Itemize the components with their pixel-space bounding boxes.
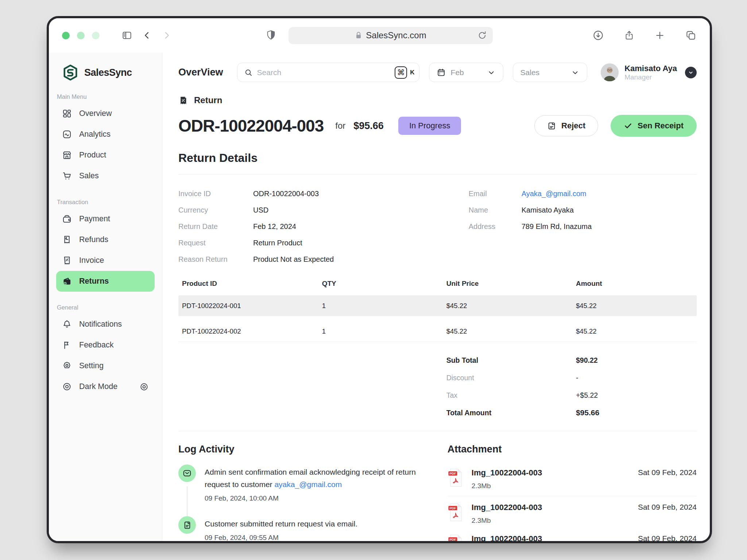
email-link[interactable]: Ayaka_@gmail.com [522, 190, 587, 198]
pdf-file-icon: PDF [448, 503, 464, 522]
total-amount-label: Total Amount [443, 409, 572, 417]
invoice-icon [62, 256, 72, 265]
sidebar-item-notifications[interactable]: Notifications [56, 314, 155, 335]
reject-button[interactable]: Reject [534, 115, 598, 136]
logo[interactable]: SalesSync [56, 64, 155, 81]
sidebar-item-payment[interactable]: Payment [56, 209, 155, 229]
sidebar-item-label: Returns [79, 277, 109, 286]
table-row[interactable]: PDT-10022024-001 1 $45.22 $45.22 [178, 295, 697, 316]
address-value: 789 Elm Rd, Inazuma [522, 222, 592, 231]
divider [178, 431, 697, 431]
address-bar[interactable]: SalesSync.com [289, 27, 493, 44]
col-header-unit-price: Unit Price [443, 280, 572, 288]
log-text: Admin sent confirmation email acknowledg… [205, 466, 422, 491]
refunds-icon [62, 235, 72, 245]
order-amount: $95.66 [353, 120, 384, 132]
new-tab-icon[interactable] [654, 30, 665, 41]
category-filter-value: Sales [520, 68, 566, 77]
lock-icon [355, 31, 362, 40]
total-amount-value: $95.66 [572, 408, 697, 417]
divider [178, 174, 697, 175]
sidebar-item-feedback[interactable]: Feedback [56, 335, 155, 355]
attachment-name: Img_10022004-003 [472, 503, 542, 512]
send-receipt-button[interactable]: Sen Receipt [611, 115, 697, 137]
field-label: Reason Return [178, 255, 253, 264]
attachment-item[interactable]: PDF Img_10022004-003 2.3Mb Sat 09 Feb, 2… [448, 499, 697, 530]
reload-icon[interactable] [477, 31, 487, 40]
sidebar-item-refunds[interactable]: Refunds [56, 229, 155, 250]
sidebar-toggle-icon[interactable] [121, 30, 132, 41]
cell-product-id: PDT-10022024-002 [178, 327, 318, 335]
back-icon[interactable] [142, 30, 152, 40]
attachment-name: Img_10022004-003 [472, 534, 542, 541]
sidebar-item-returns[interactable]: Returns [56, 271, 155, 292]
invoice-id-value: ODR-10022004-003 [253, 190, 319, 198]
cell-amount: $45.22 [572, 327, 697, 335]
sidebar-item-sales[interactable]: Sales [56, 166, 155, 186]
table-row[interactable]: PDT-10022024-002 1 $45.22 $45.22 [178, 321, 697, 342]
col-header-product-id: Product ID [178, 280, 318, 288]
sidebar-item-label: Setting [79, 361, 104, 370]
reason-return-value: Product Not as Expected [253, 255, 334, 264]
downloads-icon[interactable] [592, 30, 604, 41]
pdf-file-icon: PDF [448, 468, 464, 487]
subtotal-value: $90.22 [572, 356, 697, 365]
window-close-button[interactable] [62, 32, 70, 39]
share-icon[interactable] [624, 30, 635, 41]
logo-text: SalesSync [84, 67, 132, 78]
bell-icon [62, 319, 72, 329]
col-header-qty: QTY [318, 280, 443, 288]
window-minimize-button[interactable] [77, 32, 85, 39]
category-filter-dropdown[interactable]: Sales [513, 63, 587, 82]
log-item: Admin sent confirmation email acknowledg… [178, 466, 422, 502]
email-icon [178, 464, 196, 482]
field-label: Request [178, 239, 253, 247]
return-details-fields: Invoice IDODR-10022004-003 CurrencyUSD R… [178, 186, 697, 268]
search-shortcut: ⌘ K [395, 66, 414, 79]
tab-overview-icon[interactable] [685, 30, 697, 41]
log-timestamp: 09 Feb, 2024, 09:55 AM [205, 534, 422, 541]
sidebar-item-setting[interactable]: Setting [56, 355, 155, 376]
search-input[interactable] [257, 68, 391, 77]
sidebar-item-overview[interactable]: Overview [56, 103, 155, 124]
field-label: Address [469, 222, 522, 231]
sidebar-item-label: Product [79, 151, 106, 160]
sidebar-item-label: Feedback [79, 341, 113, 350]
attachment-item[interactable]: PDF Img_10022004-003 2.3Mb Sat 09 Feb, 2… [448, 464, 697, 496]
field-label: Email [469, 190, 522, 198]
month-filter-dropdown[interactable]: Feb [429, 63, 503, 82]
attachment-item[interactable]: PDF Img_10022004-003 2.3Mb Sat 09 Feb, 2… [448, 530, 697, 541]
section-label-main-menu: Main Menu [57, 93, 155, 100]
privacy-shield-icon[interactable] [266, 30, 276, 41]
returns-icon [62, 276, 72, 286]
sidebar-item-label: Invoice [79, 256, 104, 265]
sidebar-item-analytics[interactable]: Analytics [56, 124, 155, 145]
user-name: Kamisato Aya [624, 63, 677, 74]
profile-chevron-icon[interactable] [685, 67, 697, 78]
log-text: Customer submitted return request via em… [205, 518, 422, 530]
attachment-date: Sat 09 Feb, 2024 [638, 503, 697, 512]
sidebar-item-dark-mode[interactable]: Dark Mode [56, 376, 155, 397]
window-controls [62, 32, 100, 39]
log-email-link[interactable]: ayaka_@gmail.com [274, 480, 342, 489]
search-box[interactable]: ⌘ K [237, 63, 419, 82]
salessync-logo-icon [62, 64, 79, 81]
dark-mode-icon [62, 382, 72, 392]
dark-mode-toggle-icon[interactable] [139, 382, 149, 392]
forward-icon[interactable] [162, 30, 172, 40]
svg-text:PDF: PDF [449, 538, 456, 541]
field-label: Return Date [178, 222, 253, 231]
user-profile[interactable]: Kamisato Aya Manager [601, 63, 697, 82]
sidebar-item-invoice[interactable]: Invoice [56, 250, 155, 271]
analytics-icon [62, 129, 72, 139]
log-item: Customer submitted return request via em… [178, 518, 422, 541]
check-icon [624, 121, 632, 130]
send-receipt-button-label: Sen Receipt [638, 121, 684, 131]
svg-text:PDF: PDF [449, 472, 456, 475]
window-zoom-button[interactable] [92, 32, 100, 39]
sidebar-item-product[interactable]: Product [56, 145, 155, 166]
sidebar-item-label: Payment [79, 214, 110, 223]
status-badge: In Progress [398, 117, 461, 135]
field-label: Name [469, 206, 522, 214]
attachment-size: 2.3Mb [472, 517, 542, 525]
